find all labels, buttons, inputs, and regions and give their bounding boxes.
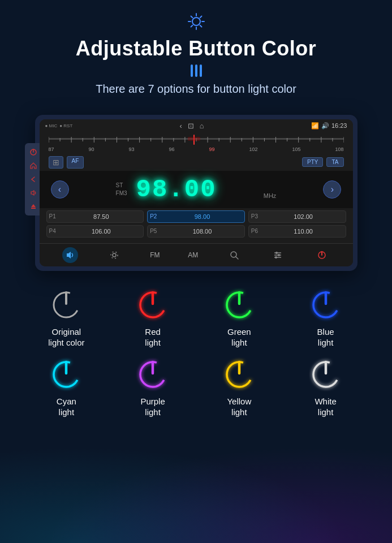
search-ctrl[interactable] xyxy=(226,247,242,263)
preset-row-2: P4 106.00 P5 108.00 P6 110.00 xyxy=(46,225,346,238)
svg-point-50 xyxy=(278,254,280,256)
back-side-btn[interactable] xyxy=(28,174,39,185)
preset-p5[interactable]: P5 108.00 xyxy=(147,225,245,238)
pty-button[interactable]: PTY xyxy=(302,157,323,167)
preset-row-1: P1 87.50 P2 98.00 P3 102.00 xyxy=(46,210,346,223)
freq-87: 87 xyxy=(49,146,54,152)
sun-icon xyxy=(186,11,206,34)
light-cyan[interactable]: Cyanlight xyxy=(25,357,107,418)
radio-display-wrapper: ● MIC ● RST ‹ ⊡ ⌂ 📶 🔊 16:23 xyxy=(35,115,357,282)
light-purple[interactable]: Purplelight xyxy=(112,357,194,418)
page-subtitle: There are 7 options for button light col… xyxy=(96,83,296,96)
freq-105: 105 xyxy=(292,146,300,152)
page: Adjustable Button Color There are 7 opti… xyxy=(0,0,392,543)
svg-line-45 xyxy=(236,257,238,259)
preset-p2-value: 98.00 xyxy=(162,213,242,220)
power-side-btn[interactable] xyxy=(28,146,39,158)
preset-p6-label: P6 xyxy=(251,228,261,234)
svg-point-49 xyxy=(275,252,278,254)
divider xyxy=(191,64,202,77)
home-side-btn[interactable] xyxy=(28,160,39,171)
preset-p4[interactable]: P4 106.00 xyxy=(46,225,144,238)
blue-power-icon xyxy=(309,288,343,322)
radio-screen: ● MIC ● RST ‹ ⊡ ⌂ 📶 🔊 16:23 xyxy=(40,119,353,266)
freq-102: 102 xyxy=(249,146,257,152)
lights-row-1: Originallight color Redlight xyxy=(17,288,375,348)
purple-label: Purplelight xyxy=(140,396,165,418)
green-power-icon xyxy=(222,288,256,322)
preset-p1-value: 87.50 xyxy=(62,213,141,220)
preset-p1[interactable]: P1 87.50 xyxy=(46,210,144,223)
status-right: 📶 🔊 16:23 xyxy=(311,122,347,130)
lights-row-2: Cyanlight Purplelight Yellowlight xyxy=(17,357,375,418)
am-btn[interactable]: AM xyxy=(188,251,198,259)
back-nav[interactable]: ‹ xyxy=(180,122,182,130)
volume-side-btn[interactable] xyxy=(28,187,39,199)
home-nav[interactable]: ⌂ xyxy=(200,122,204,130)
lights-section: Originallight color Redlight xyxy=(17,288,375,427)
screen-nav[interactable]: ⊡ xyxy=(188,122,194,130)
yellow-label: Yellowlight xyxy=(227,396,251,418)
fm-btn[interactable]: FM xyxy=(150,251,160,259)
svg-point-0 xyxy=(192,18,200,25)
mic-label: ● MIC xyxy=(45,123,58,128)
light-blue[interactable]: Bluelight xyxy=(285,288,367,348)
clock: 16:23 xyxy=(331,122,347,129)
preset-p2-label: P2 xyxy=(150,213,160,219)
light-original[interactable]: Originallight color xyxy=(25,288,107,348)
preset-p1-label: P1 xyxy=(49,213,59,219)
green-label: Greenlight xyxy=(227,326,251,348)
preset-p2[interactable]: P2 98.00 xyxy=(147,210,245,223)
red-power-icon xyxy=(136,288,170,322)
light-green[interactable]: Greenlight xyxy=(199,288,281,348)
freq-93: 93 xyxy=(128,146,134,152)
freq-next-button[interactable]: › xyxy=(323,180,341,199)
cyan-power-icon xyxy=(49,357,83,391)
rst-label: ● RST xyxy=(59,123,72,128)
station-band: FM3 xyxy=(116,189,127,197)
freq-unit: MHz xyxy=(264,192,277,199)
white-label: Whitelight xyxy=(315,396,336,418)
presets-section: P1 87.50 P2 98.00 P3 102.00 xyxy=(40,208,353,243)
preset-p5-label: P5 xyxy=(150,228,160,234)
freq-prev-button[interactable]: ‹ xyxy=(51,180,69,199)
eject-side-btn[interactable] xyxy=(28,201,39,212)
original-power-icon xyxy=(49,288,83,322)
blue-label: Bluelight xyxy=(317,326,334,348)
svg-line-8 xyxy=(191,25,192,27)
svg-line-7 xyxy=(200,16,201,18)
header: Adjustable Button Color There are 7 opti… xyxy=(76,11,316,106)
svg-rect-11 xyxy=(31,208,36,209)
cyan-label: Cyanlight xyxy=(57,396,76,418)
bottom-controls: FM AM xyxy=(40,243,353,266)
preset-p3-value: 102.00 xyxy=(264,213,343,220)
freq-ticks xyxy=(49,135,344,145)
status-left: ● MIC ● RST xyxy=(45,123,73,128)
settings-ctrl[interactable] xyxy=(106,247,122,263)
freq-buttons-right: PTY TA xyxy=(302,157,344,167)
svg-line-6 xyxy=(200,25,201,27)
ta-button[interactable]: TA xyxy=(326,157,343,167)
main-freq-display: ‹ ST FM3 98.00 MHz › xyxy=(40,171,353,208)
freq-info: ST FM3 xyxy=(116,182,127,197)
light-yellow[interactable]: Yellowlight xyxy=(199,357,281,418)
preset-p5-value: 108.00 xyxy=(162,228,242,235)
light-red[interactable]: Redlight xyxy=(112,288,194,348)
main-frequency: 98.00 xyxy=(136,175,217,204)
preset-p6[interactable]: P6 110.00 xyxy=(248,225,346,238)
light-white[interactable]: Whitelight xyxy=(285,357,367,418)
icon-btn[interactable]: ⊞ xyxy=(49,156,63,169)
volume-ctrl[interactable] xyxy=(62,247,78,263)
svg-point-51 xyxy=(275,256,277,258)
red-label: Redlight xyxy=(145,326,161,348)
svg-rect-41 xyxy=(187,137,200,141)
af-button[interactable]: AF xyxy=(67,156,84,169)
white-power-icon xyxy=(309,357,343,391)
freq-buttons-left: ⊞ AF xyxy=(49,156,84,169)
power-ctrl[interactable] xyxy=(314,247,330,263)
equalizer-ctrl[interactable] xyxy=(270,247,286,263)
svg-line-5 xyxy=(191,16,192,18)
svg-point-43 xyxy=(111,252,118,258)
original-label: Originallight color xyxy=(48,326,84,348)
preset-p3[interactable]: P3 102.00 xyxy=(248,210,346,223)
